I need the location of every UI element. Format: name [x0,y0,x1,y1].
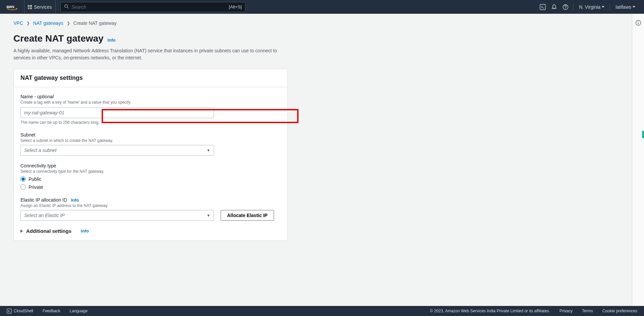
connectivity-private-radio[interactable] [20,185,26,190]
allocate-eip-button[interactable]: Allocate Elastic IP [221,210,274,221]
svg-line-2 [67,7,68,9]
eip-select-placeholder: Select an Elastic IP [24,213,65,218]
footer-language[interactable]: Language [70,309,88,313]
chevron-right-icon: ❯ [26,21,30,25]
svg-rect-3 [540,4,545,10]
chevron-right-icon: ❯ [67,21,70,25]
svg-point-1 [64,5,67,8]
services-label: Services [34,4,52,10]
additional-info-link[interactable]: Info [81,228,89,233]
help-icon[interactable] [560,1,571,13]
footer-terms[interactable]: Terms [582,309,593,313]
breadcrumb-nat-gateways[interactable]: NAT gateways [33,20,63,26]
footer-cloudshell[interactable]: CloudShell [7,309,33,314]
search-icon [64,4,69,10]
side-handle[interactable] [642,131,644,138]
page-info-link[interactable]: Info [108,38,116,43]
svg-point-6 [565,8,566,9]
panel-title: NAT gateway settings [20,74,281,82]
global-search[interactable]: [Alt+S] [60,2,246,12]
page-description: A highly available, managed Network Addr… [13,47,288,61]
name-input[interactable] [20,107,214,118]
connectivity-public-label[interactable]: Public [29,176,41,182]
info-icon [635,20,641,26]
eip-select[interactable]: Select an Elastic IP ▼ [20,210,214,221]
caret-down-icon [602,6,604,8]
page-heading-row: Create NAT gateway Info [13,33,490,44]
subnet-label: Subnet [20,132,281,138]
caret-down-icon: ▼ [207,148,210,152]
subnet-desc: Select a subnet in which to create the N… [20,138,281,143]
svg-text:aws: aws [6,4,14,9]
info-panel-toggle[interactable] [632,14,644,306]
eip-info-link[interactable]: Info [71,198,79,203]
eip-field: Elastic IP allocation ID Info Assign an … [20,197,281,221]
svg-point-8 [638,21,639,22]
account-menu[interactable]: latifaws [612,4,639,10]
page-title: Create NAT gateway [13,33,104,44]
footer-privacy[interactable]: Privacy [559,309,573,313]
svg-rect-9 [638,22,639,24]
breadcrumb: VPC ❯ NAT gateways ❯ Create NAT gateway [13,20,490,26]
name-hint: The name can be up to 256 characters lon… [20,120,281,125]
name-desc: Create a tag with a key of 'Name' and a … [20,100,281,105]
caret-right-icon [20,229,23,233]
panel-header: NAT gateway settings [14,69,287,87]
footer-cookies[interactable]: Cookie preferences [602,309,637,313]
account-label: latifaws [615,4,631,10]
nat-settings-panel: NAT gateway settings Name - optional Cre… [13,69,288,241]
subnet-select-placeholder: Select a subnet [24,148,57,153]
footer-cloudshell-label: CloudShell [14,309,33,313]
main-content-scroll[interactable]: VPC ❯ NAT gateways ❯ Create NAT gateway … [0,14,644,306]
services-grid-icon [28,5,32,9]
footer-copyright: © 2023, Amazon Web Services India Privat… [430,309,550,313]
region-label: N. Virginia [579,4,600,10]
cloudshell-icon[interactable] [537,1,548,13]
name-label: Name - optional [20,94,281,99]
top-nav: aws Services [Alt+S] N. Virginia latifaw… [0,0,644,14]
services-menu[interactable]: Services [24,0,56,14]
additional-settings-expander[interactable]: Additional settings Info [20,228,281,234]
region-selector[interactable]: N. Virginia [576,4,608,10]
subnet-select[interactable]: Select a subnet ▼ [20,145,214,156]
search-input[interactable] [71,4,229,10]
svg-rect-10 [7,309,11,313]
connectivity-label: Connectivity type [20,163,281,168]
footer-bar: CloudShell Feedback Language © 2023, Ama… [0,306,644,316]
additional-settings-label: Additional settings [26,228,71,234]
breadcrumb-vpc[interactable]: VPC [13,20,23,26]
aws-logo[interactable]: aws [5,4,19,10]
eip-label: Elastic IP allocation ID [20,197,67,203]
connectivity-public-radio[interactable] [20,176,26,182]
breadcrumb-current: Create NAT gateway [73,20,117,26]
eip-desc: Assign an Elastic IP address to the NAT … [20,203,281,208]
connectivity-desc: Select a connectivity type for the NAT g… [20,169,281,174]
subnet-field: Subnet Select a subnet in which to creat… [20,132,281,156]
connectivity-field: Connectivity type Select a connectivity … [20,163,281,190]
caret-down-icon: ▼ [207,213,210,217]
name-field: Name - optional Create a tag with a key … [20,94,281,125]
notifications-icon[interactable] [548,1,560,13]
caret-down-icon [633,6,635,8]
footer-feedback[interactable]: Feedback [43,309,60,313]
connectivity-private-label[interactable]: Private [29,185,43,190]
search-shortcut: [Alt+S] [229,4,242,9]
